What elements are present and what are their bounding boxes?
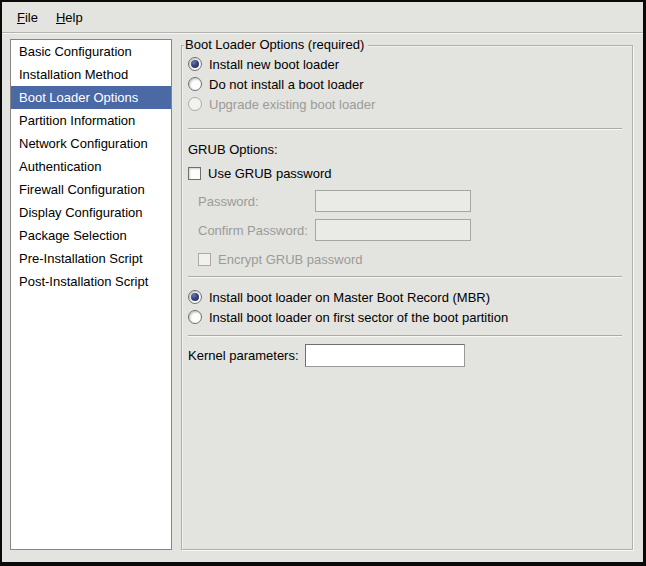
sidebar-item-installation-method[interactable]: Installation Method (11, 63, 171, 86)
checkbox-label: Encrypt GRUB password (218, 252, 363, 267)
kernel-parameters-input[interactable] (305, 344, 465, 367)
sidebar-item-authentication[interactable]: Authentication (11, 155, 171, 178)
radio-install-on-mbr[interactable]: Install boot loader on Master Boot Recor… (188, 289, 624, 305)
kernel-parameters-row: Kernel parameters: (188, 344, 624, 367)
kickstart-configurator-window: File Help Basic Configuration Installati… (0, 0, 646, 566)
frame-title: Boot Loader Options (required) (184, 37, 368, 52)
confirm-password-label: Confirm Password: (198, 223, 315, 238)
radio-label: Install boot loader on Master Boot Recor… (209, 290, 490, 305)
sidebar-item-partition-information[interactable]: Partition Information (11, 109, 171, 132)
menu-file[interactable]: File (8, 7, 47, 28)
radio-upgrade-existing-boot-loader: Upgrade existing boot loader (188, 96, 624, 112)
sidebar-item-basic-configuration[interactable]: Basic Configuration (11, 40, 171, 63)
radio-label: Do not install a boot loader (209, 77, 364, 92)
radio-button-icon (188, 77, 202, 91)
radio-install-new-boot-loader[interactable]: Install new boot loader (188, 56, 624, 72)
radio-button-icon (188, 290, 202, 304)
separator (188, 128, 622, 130)
menu-help[interactable]: Help (47, 7, 92, 28)
menubar: File Help (2, 2, 643, 33)
sidebar-item-boot-loader-options[interactable]: Boot Loader Options (11, 86, 171, 109)
sidebar-item-display-configuration[interactable]: Display Configuration (11, 201, 171, 224)
section-list: Basic Configuration Installation Method … (10, 39, 172, 550)
content-area: Basic Configuration Installation Method … (2, 33, 643, 562)
boot-loader-options-frame: Boot Loader Options (required) Install n… (181, 45, 633, 550)
menu-help-mnemonic: H (56, 10, 65, 25)
password-row: Password: (198, 190, 624, 212)
radio-do-not-install-boot-loader[interactable]: Do not install a boot loader (188, 76, 624, 92)
sidebar-item-package-selection[interactable]: Package Selection (11, 224, 171, 247)
checkbox-icon (198, 253, 211, 266)
radio-label: Upgrade existing boot loader (209, 97, 375, 112)
checkbox-label: Use GRUB password (208, 166, 332, 181)
separator (188, 335, 622, 337)
radio-button-icon (188, 57, 202, 71)
radio-label: Install new boot loader (209, 57, 339, 72)
confirm-password-input (315, 219, 471, 241)
radio-button-icon (188, 97, 202, 111)
radio-install-on-first-sector[interactable]: Install boot loader on first sector of t… (188, 309, 624, 325)
checkbox-encrypt-grub-password: Encrypt GRUB password (198, 251, 624, 267)
password-input (315, 190, 471, 212)
sidebar-item-network-configuration[interactable]: Network Configuration (11, 132, 171, 155)
sidebar-item-post-installation-script[interactable]: Post-Installation Script (11, 270, 171, 293)
confirm-password-row: Confirm Password: (198, 219, 624, 241)
radio-label: Install boot loader on first sector of t… (209, 310, 508, 325)
menu-file-rest: ile (25, 10, 38, 25)
password-label: Password: (198, 194, 315, 209)
sidebar-item-firewall-configuration[interactable]: Firewall Configuration (11, 178, 171, 201)
grub-options-label: GRUB Options: (188, 141, 624, 157)
radio-button-icon (188, 310, 202, 324)
checkbox-use-grub-password[interactable]: Use GRUB password (188, 165, 624, 181)
kernel-parameters-label: Kernel parameters: (188, 348, 305, 363)
sidebar-item-pre-installation-script[interactable]: Pre-Installation Script (11, 247, 171, 270)
checkbox-icon (188, 167, 201, 180)
separator (188, 276, 622, 278)
menu-file-mnemonic: F (17, 10, 25, 25)
menu-help-rest: elp (65, 10, 82, 25)
